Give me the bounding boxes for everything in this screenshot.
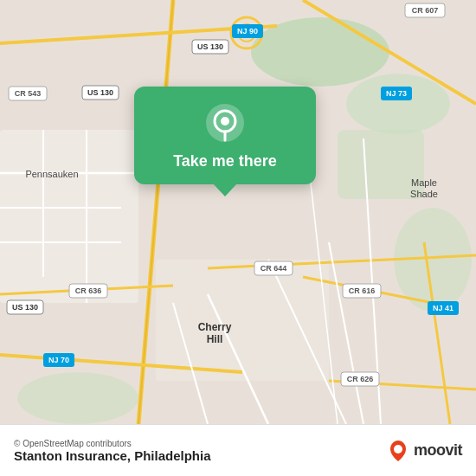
- svg-text:NJ 41: NJ 41: [433, 304, 453, 312]
- moovit-pin-icon: [386, 439, 410, 463]
- svg-text:Pennsauken: Pennsauken: [25, 169, 78, 179]
- svg-point-66: [394, 445, 402, 453]
- svg-text:CR 616: CR 616: [349, 286, 376, 295]
- svg-text:Maple: Maple: [411, 177, 437, 188]
- svg-text:CR 636: CR 636: [75, 286, 102, 295]
- svg-text:CR 607: CR 607: [412, 6, 439, 15]
- svg-text:NJ 90: NJ 90: [237, 27, 258, 35]
- svg-text:NJ 73: NJ 73: [386, 89, 407, 98]
- svg-text:Shade: Shade: [410, 189, 438, 199]
- svg-text:Hill: Hill: [207, 333, 223, 345]
- svg-text:US 130: US 130: [12, 303, 38, 312]
- map-container: CR 607 NJ 90 US 130 US 130 CR 543 NJ 73 …: [0, 0, 476, 424]
- moovit-logo: moovit: [386, 439, 462, 463]
- moovit-text: moovit: [414, 441, 462, 460]
- place-name: Stanton Insurance, Philadelphia: [14, 448, 386, 463]
- svg-rect-6: [0, 130, 138, 303]
- take-me-there-popup[interactable]: Take me there: [134, 87, 316, 184]
- svg-text:CR 543: CR 543: [15, 89, 42, 98]
- svg-text:NJ 70: NJ 70: [48, 356, 69, 364]
- svg-point-4: [17, 372, 138, 424]
- location-pin-icon: [204, 102, 246, 144]
- svg-point-64: [221, 117, 229, 125]
- svg-point-2: [346, 74, 450, 134]
- svg-text:US 130: US 130: [197, 42, 223, 51]
- osm-attribution: © OpenStreetMap contributors: [14, 439, 376, 448]
- bottom-bar: © OpenStreetMap contributors Stanton Ins…: [0, 424, 476, 476]
- svg-text:CR 644: CR 644: [261, 264, 287, 273]
- take-me-there-label: Take me there: [173, 152, 277, 170]
- svg-text:US 130: US 130: [87, 88, 113, 97]
- svg-text:CR 626: CR 626: [347, 375, 374, 383]
- svg-text:Cherry: Cherry: [198, 321, 232, 333]
